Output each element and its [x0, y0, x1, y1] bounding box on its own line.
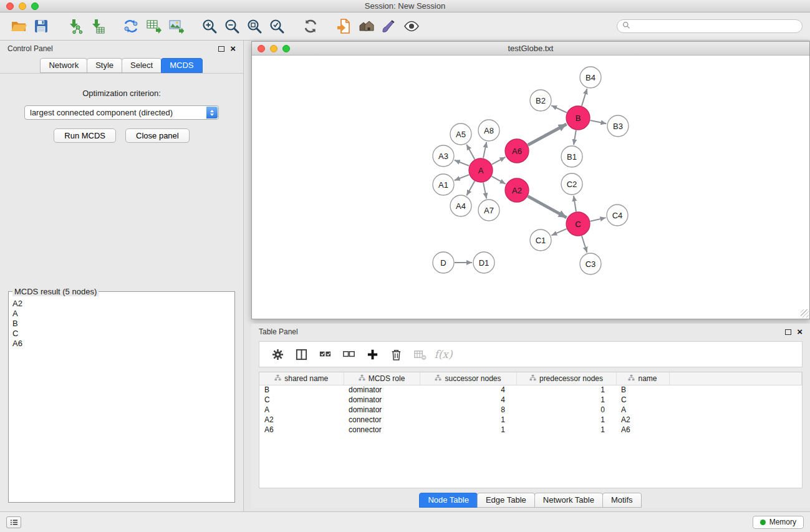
cell[interactable]: A6	[259, 425, 344, 435]
run-mcds-button[interactable]: Run MCDS	[54, 128, 116, 143]
export-image-button[interactable]	[165, 16, 187, 37]
refresh-layout-button[interactable]	[299, 16, 322, 37]
mcds-result-list[interactable]: A2ABCA6	[9, 297, 234, 502]
edge-A-A3[interactable]	[455, 160, 470, 166]
open-file-button[interactable]	[7, 16, 30, 37]
cell[interactable]: connector	[344, 425, 420, 435]
cell[interactable]: 4	[420, 385, 516, 395]
float-table-panel-icon[interactable]	[785, 329, 791, 335]
cell[interactable]: dominator	[344, 395, 420, 405]
node-A6[interactable]: A6	[505, 139, 529, 163]
network-zoom-button[interactable]	[282, 45, 290, 52]
column-header-predecessor-nodes[interactable]: predecessor nodes	[516, 372, 616, 385]
cell[interactable]: dominator	[344, 405, 420, 415]
tab-network-table[interactable]: Network Table	[534, 493, 603, 508]
cell[interactable]: 1	[516, 425, 616, 435]
column-header-mcds-role[interactable]: MCDS role	[344, 372, 420, 385]
node-B1[interactable]: B1	[561, 146, 582, 167]
tab-network[interactable]: Network	[40, 58, 87, 73]
edge-C-C3[interactable]	[582, 236, 587, 253]
column-header-successor-nodes[interactable]: successor nodes	[420, 372, 516, 385]
table-row-a[interactable]: Adominator80A	[259, 405, 802, 415]
edge-C-C1[interactable]	[551, 229, 566, 235]
zoom-selected-button[interactable]	[266, 16, 288, 37]
result-item-c[interactable]: C	[12, 329, 231, 339]
edge-A-A5[interactable]	[466, 145, 475, 160]
edge-B-B2[interactable]	[551, 105, 567, 113]
show-panels-button[interactable]	[6, 516, 21, 528]
node-C1[interactable]: C1	[530, 230, 551, 251]
close-panel-icon[interactable]: ×	[230, 45, 236, 52]
edge-A-A7[interactable]	[483, 183, 486, 199]
edge-A-A4[interactable]	[466, 181, 475, 195]
node-A2[interactable]: A2	[505, 178, 529, 202]
memory-button[interactable]: Memory	[753, 516, 804, 529]
edge-A-A6[interactable]	[492, 157, 506, 165]
node-A5[interactable]: A5	[450, 123, 471, 145]
network-close-button[interactable]	[258, 45, 265, 52]
cell[interactable]: A6	[616, 425, 669, 435]
dropdown-stepper-icon[interactable]	[206, 107, 218, 118]
show-graphics-button[interactable]	[400, 16, 423, 37]
cell[interactable]: connector	[344, 415, 420, 425]
cell[interactable]: dominator	[344, 385, 420, 395]
node-A[interactable]: A	[469, 158, 493, 182]
edge-A-A1[interactable]	[455, 175, 470, 180]
node-A7[interactable]: A7	[478, 200, 499, 221]
edge-B-B3[interactable]	[591, 120, 607, 123]
float-panel-icon[interactable]	[218, 46, 224, 52]
edge-B-B4[interactable]	[582, 89, 587, 106]
tab-edge-table[interactable]: Edge Table	[477, 493, 535, 508]
zoom-out-button[interactable]	[221, 16, 243, 37]
cell[interactable]: A2	[616, 415, 669, 425]
result-item-a2[interactable]: A2	[12, 299, 231, 309]
apply-style-button[interactable]	[378, 16, 400, 37]
export-table-button[interactable]	[142, 16, 165, 37]
node-C3[interactable]: C3	[580, 253, 601, 274]
resize-grip[interactable]	[801, 309, 809, 317]
node-A4[interactable]: A4	[450, 195, 471, 216]
cell[interactable]: 0	[516, 405, 616, 415]
result-item-b[interactable]: B	[12, 319, 231, 329]
deselect-all-rows-button[interactable]	[339, 345, 358, 364]
column-header-name[interactable]: name	[616, 372, 669, 385]
criterion-dropdown[interactable]: largest connected component (directed)	[24, 105, 219, 120]
search-input[interactable]	[634, 22, 797, 31]
edge-C-C2[interactable]	[574, 196, 576, 211]
cell[interactable]: 4	[420, 395, 516, 405]
result-item-a6[interactable]: A6	[12, 339, 231, 349]
column-header-shared-name[interactable]: shared name	[259, 372, 344, 385]
tab-node-table[interactable]: Node Table	[419, 493, 478, 508]
node-B4[interactable]: B4	[580, 67, 601, 88]
home-button[interactable]	[355, 16, 378, 37]
network-canvas[interactable]: B4B2BB3A5A8A6A3B1AA1C2A2A4A7C4CC1C3DD1	[252, 56, 809, 318]
zoom-window-button[interactable]	[31, 2, 39, 10]
table-row-a6[interactable]: A6connector11A6	[259, 425, 802, 435]
node-A8[interactable]: A8	[478, 120, 499, 141]
node-B[interactable]: B	[566, 106, 590, 130]
table-settings-button[interactable]	[268, 345, 287, 364]
show-columns-button[interactable]	[292, 345, 311, 364]
cell[interactable]: 1	[420, 415, 516, 425]
node-A1[interactable]: A1	[433, 174, 454, 195]
cell[interactable]: 1	[516, 395, 616, 405]
add-row-button[interactable]	[363, 345, 382, 364]
cell[interactable]: A	[259, 405, 344, 415]
node-B3[interactable]: B3	[607, 115, 629, 137]
cell[interactable]: A2	[259, 415, 344, 425]
export-network-button[interactable]	[120, 16, 142, 37]
table-row-a2[interactable]: A2connector11A2	[259, 415, 802, 425]
cell[interactable]: 1	[420, 425, 516, 435]
table-row-b[interactable]: Bdominator41B	[259, 385, 802, 395]
cell[interactable]: 1	[516, 385, 616, 395]
save-session-button[interactable]	[30, 16, 52, 37]
edge-A6-B[interactable]	[528, 124, 567, 145]
result-item-a[interactable]: A	[12, 309, 231, 319]
table-row-c[interactable]: Cdominator41C	[259, 395, 802, 405]
network-minimize-button[interactable]	[270, 45, 277, 52]
tab-mcds[interactable]: MCDS	[161, 58, 202, 73]
zoom-fit-button[interactable]	[243, 16, 266, 37]
close-table-panel-icon[interactable]: ×	[797, 328, 803, 336]
cell[interactable]: C	[616, 395, 669, 405]
import-network-button[interactable]	[64, 16, 86, 37]
